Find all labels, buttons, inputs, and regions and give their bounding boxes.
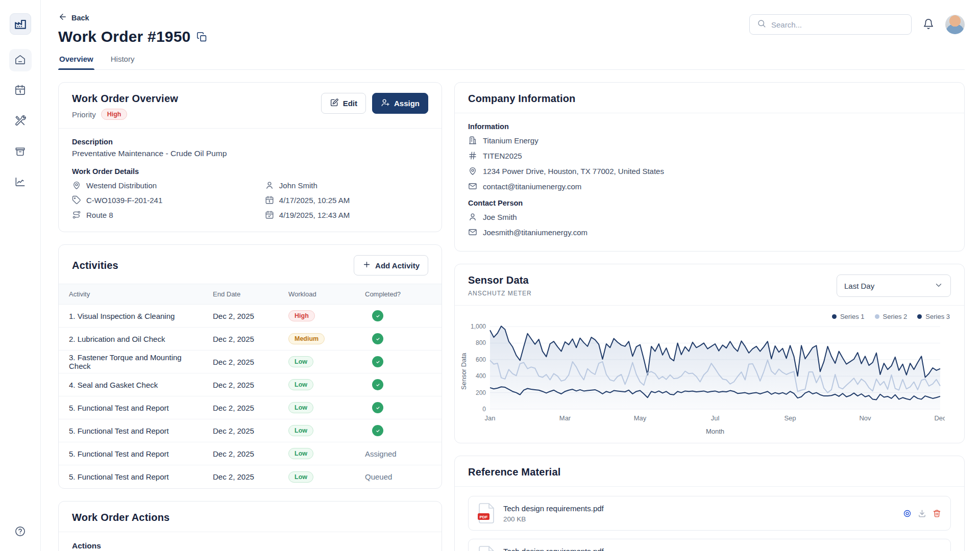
add-activity-button[interactable]: Add Activity (354, 255, 428, 276)
tab-history[interactable]: History (110, 55, 136, 69)
detail-value: Route 8 (86, 211, 113, 219)
analytics-icon (14, 176, 26, 189)
legend-item: Series 2 (875, 313, 908, 320)
work-order-actions-title: Work Order Actions (72, 512, 169, 523)
completed-check-icon (372, 379, 383, 390)
legend-label: Series 3 (925, 313, 950, 320)
file-name: Tech design requirements.pdf (503, 547, 604, 551)
building-icon (468, 136, 477, 145)
info-row: TITEN2025 (468, 151, 951, 160)
activities-card: Activities Add Activity ActivityEnd Date… (58, 244, 442, 489)
arrow-left-icon (58, 12, 67, 23)
svg-text:800: 800 (476, 339, 486, 346)
detail-value: John Smith (279, 181, 317, 190)
factory-logo-icon[interactable] (10, 13, 31, 35)
notifications-bell-icon[interactable] (923, 18, 934, 31)
plus-icon (362, 260, 371, 270)
left-column: Work Order Overview Priority High Edit (58, 82, 442, 551)
hash-icon (468, 151, 477, 160)
download-file-icon[interactable] (918, 509, 926, 518)
back-button[interactable]: Back (58, 12, 89, 23)
tab-overview[interactable]: Overview (58, 55, 94, 69)
delete-file-icon[interactable] (933, 509, 941, 518)
contact-person-rows: Joe SmithJoesmith@titaniumenergy.com (468, 212, 951, 237)
svg-text:0: 0 (482, 406, 486, 413)
file-row: PDFTech design requirements.pdf200 KB (468, 539, 951, 551)
sidebar-item-inventory[interactable] (9, 141, 32, 163)
sidebar-item-analytics[interactable] (9, 171, 32, 194)
edit-button[interactable]: Edit (321, 93, 366, 114)
contact-person-label: Contact Person (468, 199, 951, 207)
sidebar-item-calendar[interactable] (9, 80, 32, 102)
completed-check-icon (372, 402, 383, 413)
activity-name: 5. Functional Test and Report (59, 472, 203, 481)
topbar-right (749, 12, 965, 35)
legend-dot-icon (917, 314, 922, 319)
topbar: Back Work Order #1950 (41, 0, 980, 70)
detail-item: C-WO1039-F-201-241 (72, 195, 265, 205)
map-pin-icon (72, 181, 81, 190)
sidebar-item-tools[interactable] (9, 110, 32, 133)
svg-text:May: May (634, 414, 647, 422)
activity-row: 1. Visual Inspection & CleaningDec 2, 20… (59, 305, 442, 328)
sidebar-nav (9, 49, 32, 194)
file-name: Tech design requirements.pdf (503, 504, 604, 513)
details-label: Work Order Details (72, 167, 428, 176)
svg-text:Mar: Mar (559, 414, 571, 422)
info-value: Joesmith@titaniumenergy.com (483, 228, 587, 237)
svg-text:Nov: Nov (859, 414, 871, 422)
search-icon (757, 19, 766, 30)
help-icon[interactable] (14, 525, 26, 539)
info-row: Joe Smith (468, 212, 951, 221)
calendar-icon (14, 84, 26, 97)
detail-value: C-WO1039-F-201-241 (86, 196, 162, 205)
description-value: Preventative Maintenance - Crude Oil Pum… (72, 149, 428, 158)
activity-end-date: Dec 2, 2025 (203, 404, 278, 412)
route-icon (72, 210, 81, 219)
right-column: Company Information Information Titanium… (454, 82, 965, 551)
activities-table-header: ActivityEnd DateWorkloadCompleted? (59, 284, 442, 305)
view-file-icon[interactable] (903, 509, 912, 518)
legend-item: Series 1 (832, 313, 865, 320)
activities-table: ActivityEnd DateWorkloadCompleted?1. Vis… (59, 284, 442, 488)
priority-badge: High (101, 109, 128, 120)
activity-name: 5. Functional Test and Report (59, 404, 203, 412)
back-label: Back (71, 14, 89, 22)
activity-name: 5. Functional Test and Report (59, 449, 203, 458)
activity-end-date: Dec 2, 2025 (203, 358, 278, 366)
file-list: PDFTech design requirements.pdf200 KBPDF… (455, 487, 964, 551)
workload-badge: Low (288, 425, 313, 436)
user-avatar[interactable] (945, 15, 965, 34)
activity-end-date: Dec 2, 2025 (203, 449, 278, 458)
column-header: Workload (278, 290, 355, 298)
activity-row: 3. Fastener Torque and Mounting CheckDec… (59, 350, 442, 373)
svg-text:Dec: Dec (934, 414, 945, 422)
activities-title: Activities (72, 260, 118, 271)
detail-item: John Smith (265, 181, 428, 190)
workload-badge: Low (288, 402, 313, 413)
sensor-meter-name: ANSCHUTZ METER (468, 290, 532, 297)
activity-end-date: Dec 2, 2025 (203, 472, 278, 481)
topbar-left: Back Work Order #1950 (58, 12, 207, 45)
activity-name: 1. Visual Inspection & Cleaning (59, 312, 203, 320)
info-row: 1234 Power Drive, Houston, TX 77002, Uni… (468, 166, 951, 176)
copy-icon[interactable] (197, 30, 207, 44)
completed-check-icon (372, 356, 383, 367)
search-input[interactable] (771, 20, 904, 29)
company-information-card: Company Information Information Titanium… (454, 82, 965, 252)
assign-button[interactable]: Assign (372, 93, 428, 114)
activity-row: 5. Functional Test and ReportDec 2, 2025… (59, 419, 442, 442)
file-size: 200 KB (503, 515, 896, 523)
workload-badge: Low (288, 471, 313, 483)
activity-row: 5. Functional Test and ReportDec 2, 2025… (59, 442, 442, 465)
legend-dot-icon (875, 314, 879, 319)
mail-icon (468, 228, 477, 237)
sidebar-item-home[interactable] (9, 49, 32, 71)
time-range-select[interactable]: Last Day (837, 274, 951, 297)
calendar-check-icon (265, 210, 274, 219)
activity-row: 5. Functional Test and ReportDec 2, 2025… (59, 465, 442, 488)
activity-name: 3. Fastener Torque and Mounting Check (59, 353, 203, 370)
activity-name: 4. Seal and Gasket Check (59, 381, 203, 389)
work-order-actions-card: Work Order Actions Actions Create Report (58, 501, 442, 551)
pdf-file-icon: PDF (478, 545, 496, 551)
